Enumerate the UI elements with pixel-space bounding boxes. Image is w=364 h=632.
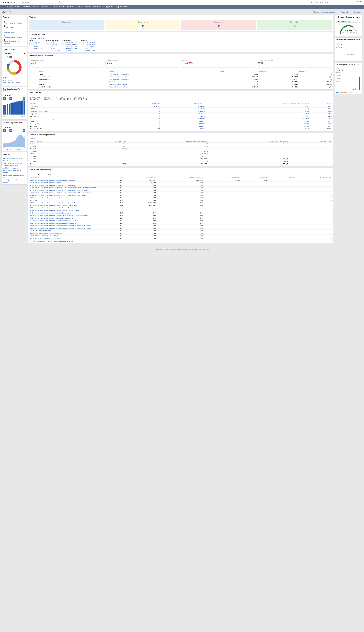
bank-table: Nom de compteDeviseAccount BalanceDernie… — [30, 176, 332, 240]
rappel-item[interactable]: 3Plan d'affectation en souffrance — [3, 34, 26, 38]
bank-search-input[interactable] — [47, 173, 60, 175]
shortcut-link[interactable]: Fournisseurs — [50, 44, 57, 46]
shortcut-link[interactable]: Articles — [50, 42, 54, 44]
shortcut-link[interactable]: Bilan — [85, 48, 88, 49]
vignette-card[interactable]: Classement chr...👤 — [181, 20, 256, 30]
language-icon[interactable]: ⇄ — [311, 2, 312, 3]
nav-item[interactable]: Configuration — [102, 5, 114, 8]
search-icon[interactable]: 🔍 — [59, 2, 61, 3]
ppt-icon-4[interactable]: 〰 — [22, 129, 26, 132]
ppt-icon-1[interactable]: 📊 — [3, 129, 6, 132]
tsb-icon-2[interactable]: 📈 — [6, 97, 9, 100]
rappel-item[interactable]: 7Facture Fournisseur à payer — [3, 25, 26, 29]
nav-item[interactable]: Fournisseurs — [39, 5, 50, 8]
nav-item[interactable]: Clients — [32, 5, 39, 8]
param-link[interactable]: Générer des codes de sauvegarde 2FA — [3, 174, 26, 178]
nav-item[interactable]: Rapports — [75, 5, 84, 8]
nav-favorite-icon[interactable]: ★ — [5, 5, 10, 9]
table-row: Résultat en % du C.A.S/O19,06%19,06%14,4… — [30, 128, 332, 130]
tsb-icon-4[interactable]: 〰 — [22, 97, 26, 100]
chart-type-donut-icon[interactable]: ◉ — [10, 56, 12, 58]
shortcut-link[interactable]: Lieux — [34, 44, 36, 46]
ppt-toolbar: 📊 📈 〰 〰 — [3, 129, 26, 132]
param-link[interactable]: Personnaliser le tableau de bord — [3, 157, 26, 160]
table-row: 511200 Banques etablissements financiers… — [30, 189, 332, 192]
nav-item[interactable]: Facturations — [21, 5, 32, 8]
nav-item[interactable]: Analytics — [84, 5, 92, 8]
vignette-card[interactable]: Écriture de jour...💲 — [257, 20, 332, 30]
nav-home-icon[interactable]: ⌂ — [10, 5, 13, 9]
bank-afficher-select[interactable]: Tous — [36, 173, 46, 175]
shortcut-link[interactable]: Transactions mémo... — [66, 46, 78, 47]
shortcut-link[interactable]: Rapprocher le relev... — [66, 48, 78, 49]
legend-item: $ 0 — [336, 92, 338, 93]
shortcut-link[interactable]: Classement chrono... — [85, 42, 97, 44]
shortcut-link[interactable]: Employés — [50, 48, 55, 49]
rappel-item[interactable]: 22Nouveaux clients — [3, 30, 26, 33]
ppt-icon-2[interactable]: 📈 — [6, 129, 9, 132]
nav-more-icon[interactable]: ⋯ — [358, 5, 363, 9]
display-settings-link[interactable]: Affichage: Paramètres de date du portlet… — [313, 11, 339, 13]
shortcut-link[interactable]: Classement chrono... — [85, 44, 97, 46]
user-role: SS FF Premium FR v2020.1.0 4.25 - FR FF … — [331, 2, 362, 4]
help-link[interactable]: ❔ Aide — [314, 2, 318, 3]
agee-clients-date[interactable] — [336, 44, 361, 46]
p25f-pager[interactable]: 1/7 ▼ — [3, 84, 26, 85]
nav-item[interactable]: Activités — [13, 5, 21, 8]
table-row: 511300 Banques etablissements financiers… — [30, 192, 332, 194]
vignette-card[interactable]: Classement chr...👤 — [106, 20, 180, 30]
user-block[interactable]: Julien Martin SS FF Premium FR v2020.1.0… — [331, 1, 362, 4]
rappels-title: Rappels — [2, 15, 27, 19]
customize-link[interactable]: Personnaliser ▾ — [341, 11, 351, 13]
kpi-panel: SOMMES À RECEVOIR0,0% — [30, 59, 104, 69]
sparkline — [258, 65, 331, 68]
shortcut-link[interactable]: Plans d'affectation — [50, 50, 60, 51]
gauge-filter[interactable]: Total Solde bancaire — [336, 20, 361, 23]
param-link[interactable]: Modifier l'adresse e-mail — [3, 164, 26, 167]
agee-clients-date-label: DATE — [336, 42, 361, 44]
nav-item[interactable]: Comptabilité clients — [114, 5, 130, 8]
param-link[interactable]: Mettre à jour les questions de sécurité — [3, 179, 26, 184]
tsb-icon-3[interactable]: 〰 — [10, 97, 12, 100]
shortcut-link[interactable]: Compte de résultats — [85, 50, 96, 51]
remarks-link[interactable]: 🗨 Remarques — [320, 2, 329, 3]
nav-item[interactable]: Livre de paie et RH — [50, 5, 66, 8]
gauge-label: TOTAL SOLDE BANCAIRE — [338, 32, 359, 33]
shortcut-link[interactable]: Écritures de journal — [66, 44, 77, 46]
agee-clients-nodata: No data to display — [336, 49, 361, 60]
chart-type-bar-icon[interactable]: ☰ — [6, 56, 9, 58]
shortcut-link[interactable]: Catégories — [34, 42, 40, 44]
shortcut-link[interactable]: Importer des écritu... — [66, 42, 78, 44]
portlet-premiers-25-factures: Premiers 25 Factures aujourd'hui 📈 ☰ ◉ — [2, 47, 27, 86]
shortcut-link[interactable]: Clients — [50, 46, 54, 47]
vignette-card[interactable]: Balance compt...📄 — [30, 20, 104, 30]
rappel-item[interactable]: 1Facture Fournisseur à approuver — [3, 20, 26, 24]
agee-fourn-date[interactable] — [336, 69, 361, 72]
layout-link[interactable]: Présentation ▾ — [353, 11, 362, 13]
ppt-icon-3[interactable]: 〰 — [10, 129, 12, 132]
ppt-filter[interactable]: Par période — [3, 126, 26, 128]
tsb-filter[interactable]: Par période — [3, 94, 26, 96]
chart-type-line-icon[interactable]: 📈 — [3, 56, 6, 58]
tsb-icon-1[interactable]: 📊 — [3, 97, 6, 100]
nav-item[interactable]: Documents — [92, 5, 102, 8]
agee-fourn-total[interactable]: TOTAL : 5 — [336, 72, 342, 74]
search-input[interactable] — [21, 1, 62, 4]
agee-clients-total[interactable]: TOTAL : 4 — [336, 47, 342, 48]
param-link[interactable]: Réinitialiser les réglages à deux facteu… — [3, 169, 26, 174]
table-row: Sommes à recevoirFin de ce mois / Fin du… — [30, 76, 332, 78]
rappel-item[interactable]: 1Transaction mémorisée en souffrance — [3, 39, 26, 44]
shortcut-link[interactable]: Balance comptable — [85, 46, 96, 47]
param-link[interactable]: Modifier le mot de passe — [3, 167, 26, 169]
shortcut-link[interactable]: Plan comptable — [34, 48, 42, 49]
param-link[interactable]: Définir les préférences — [3, 160, 26, 162]
nav-history-icon[interactable]: ↻ — [1, 5, 5, 9]
prevision-total-link[interactable]: TOTAL : 8 — [30, 138, 35, 139]
p25f-filter[interactable]: aujourd'hui — [3, 52, 26, 55]
nav-item[interactable]: Finances — [66, 5, 75, 8]
gauge-chart: €2.9M TOTAL SOLDE BANCAIRE 0 2.9M 4.4M — [338, 24, 359, 35]
param-link[interactable]: Publier un tableau de bord Liste — [3, 162, 26, 164]
shortcut-link[interactable]: Rapprocher le relev... — [66, 50, 78, 51]
shortcut-link[interactable]: Services — [34, 46, 38, 47]
ppt-legend: ● Produits -- Moyenne mobile — [3, 149, 26, 150]
